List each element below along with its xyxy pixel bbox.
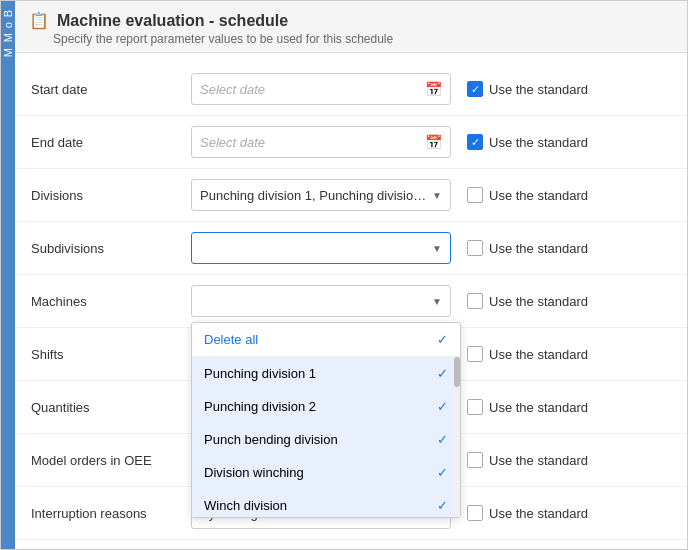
use-standard-subdivisions: Use the standard — [467, 240, 627, 256]
use-standard-end-date: Use the standard — [467, 134, 627, 150]
control-end-date: Select date 📅 Use the standard — [191, 126, 671, 158]
end-date-input[interactable]: Select date 📅 — [191, 126, 451, 158]
use-standard-interruption-reasons-checkbox[interactable] — [467, 505, 483, 521]
dropdown-item-2-check: ✓ — [437, 432, 448, 447]
machines-select[interactable]: ▼ — [191, 285, 451, 317]
label-quantities: Quantities — [31, 400, 191, 415]
use-standard-model-orders-checkbox[interactable] — [467, 452, 483, 468]
use-standard-machines-checkbox[interactable] — [467, 293, 483, 309]
label-model-orders: Model orders in OEE — [31, 453, 191, 468]
dropdown-item-2[interactable]: Punch bending division ✓ — [192, 423, 460, 456]
use-standard-start-date: Use the standard — [467, 81, 627, 97]
control-subdivisions: ▼ Use the standard — [191, 232, 671, 264]
sidebar-label-m2: M — [2, 47, 14, 57]
use-standard-end-date-checkbox[interactable] — [467, 134, 483, 150]
label-end-date: End date — [31, 135, 191, 150]
use-standard-interruption-reasons: Use the standard — [467, 505, 627, 521]
dropdown-item-4-check: ✓ — [437, 498, 448, 513]
use-standard-model-orders: Use the standard — [467, 452, 627, 468]
start-date-placeholder: Select date — [200, 82, 265, 97]
row-end-date: End date Select date 📅 Use the standard — [15, 116, 687, 169]
use-standard-divisions-checkbox[interactable] — [467, 187, 483, 203]
sidebar-label-b: B — [2, 9, 14, 17]
use-standard-end-date-label: Use the standard — [489, 135, 588, 150]
divisions-value: Punching division 1, Punching division 2… — [200, 188, 428, 203]
sidebar-label-o: o — [2, 21, 14, 28]
row-start-date: Start date Select date 📅 Use the standar… — [15, 63, 687, 116]
use-standard-model-orders-label: Use the standard — [489, 453, 588, 468]
start-date-input[interactable]: Select date 📅 — [191, 73, 451, 105]
use-standard-shifts: Use the standard — [467, 346, 627, 362]
dropdown-item-3[interactable]: Division winching ✓ — [192, 456, 460, 489]
use-standard-quantities-checkbox[interactable] — [467, 399, 483, 415]
use-standard-shifts-checkbox[interactable] — [467, 346, 483, 362]
label-divisions: Divisions — [31, 188, 191, 203]
delete-all-label: Delete all — [204, 332, 258, 347]
delete-all-check-icon: ✓ — [437, 332, 448, 347]
page-subtitle: Specify the report parameter values to b… — [53, 32, 673, 46]
use-standard-machines: Use the standard — [467, 293, 627, 309]
title-bar-top: 📋 Machine evaluation - schedule — [29, 11, 673, 30]
dropdown-item-3-label: Division winching — [204, 465, 304, 480]
control-start-date: Select date 📅 Use the standard — [191, 73, 671, 105]
machines-arrow-icon: ▼ — [432, 296, 442, 307]
scrollbar-thumb[interactable] — [454, 357, 460, 387]
dropdown-item-4[interactable]: Winch division ✓ — [192, 489, 460, 517]
sidebar-strip: B o M M — [1, 1, 15, 549]
dropdown-item-3-check: ✓ — [437, 465, 448, 480]
sidebar-label-m1: M — [2, 32, 14, 42]
dropdown-item-delete-all[interactable]: Delete all ✓ — [192, 323, 460, 357]
use-standard-shifts-label: Use the standard — [489, 347, 588, 362]
use-standard-divisions: Use the standard — [467, 187, 627, 203]
end-date-calendar-icon[interactable]: 📅 — [425, 134, 442, 150]
row-machines: Machines ▼ Use the standard — [15, 275, 687, 328]
dropdown-item-4-label: Winch division — [204, 498, 287, 513]
use-standard-subdivisions-checkbox[interactable] — [467, 240, 483, 256]
use-standard-machines-label: Use the standard — [489, 294, 588, 309]
form-content: Start date Select date 📅 Use the standar… — [15, 53, 687, 549]
control-machines: ▼ Use the standard — [191, 285, 671, 317]
label-interruption-reasons: Interruption reasons — [31, 506, 191, 521]
dropdown-item-2-label: Punch bending division — [204, 432, 338, 447]
scrollbar-track — [454, 357, 460, 517]
use-standard-divisions-label: Use the standard — [489, 188, 588, 203]
subdivisions-select[interactable]: ▼ — [191, 232, 451, 264]
label-machines: Machines — [31, 294, 191, 309]
use-standard-quantities: Use the standard — [467, 399, 627, 415]
use-standard-start-date-label: Use the standard — [489, 82, 588, 97]
title-bar: 📋 Machine evaluation - schedule Specify … — [15, 1, 687, 53]
page-title: Machine evaluation - schedule — [57, 12, 288, 30]
dropdown-item-0-check: ✓ — [437, 366, 448, 381]
dropdown-item-1-check: ✓ — [437, 399, 448, 414]
divisions-select[interactable]: Punching division 1, Punching division 2… — [191, 179, 451, 211]
window: B o M M 📋 Machine evaluation - schedule … — [0, 0, 688, 550]
row-divisions: Divisions Punching division 1, Punching … — [15, 169, 687, 222]
label-subdivisions: Subdivisions — [31, 241, 191, 256]
dropdown-item-1-label: Punching division 2 — [204, 399, 316, 414]
dropdown-scroll-area[interactable]: Punching division 1 ✓ Punching division … — [192, 357, 460, 517]
use-standard-subdivisions-label: Use the standard — [489, 241, 588, 256]
use-standard-start-date-checkbox[interactable] — [467, 81, 483, 97]
subdivisions-arrow-icon: ▼ — [432, 243, 442, 254]
start-date-calendar-icon[interactable]: 📅 — [425, 81, 442, 97]
control-divisions: Punching division 1, Punching division 2… — [191, 179, 671, 211]
use-standard-interruption-reasons-label: Use the standard — [489, 506, 588, 521]
divisions-arrow-icon: ▼ — [432, 190, 442, 201]
label-shifts: Shifts — [31, 347, 191, 362]
dropdown-item-0-label: Punching division 1 — [204, 366, 316, 381]
label-start-date: Start date — [31, 82, 191, 97]
end-date-placeholder: Select date — [200, 135, 265, 150]
dropdown-item-1[interactable]: Punching division 2 ✓ — [192, 390, 460, 423]
dropdown-item-0[interactable]: Punching division 1 ✓ — [192, 357, 460, 390]
subdivisions-dropdown: Delete all ✓ Punching division 1 ✓ Punch… — [191, 322, 461, 518]
row-subdivisions: Subdivisions ▼ Use the standard Delete a… — [15, 222, 687, 275]
main-content: 📋 Machine evaluation - schedule Specify … — [15, 1, 687, 549]
use-standard-quantities-label: Use the standard — [489, 400, 588, 415]
title-icon: 📋 — [29, 11, 49, 30]
